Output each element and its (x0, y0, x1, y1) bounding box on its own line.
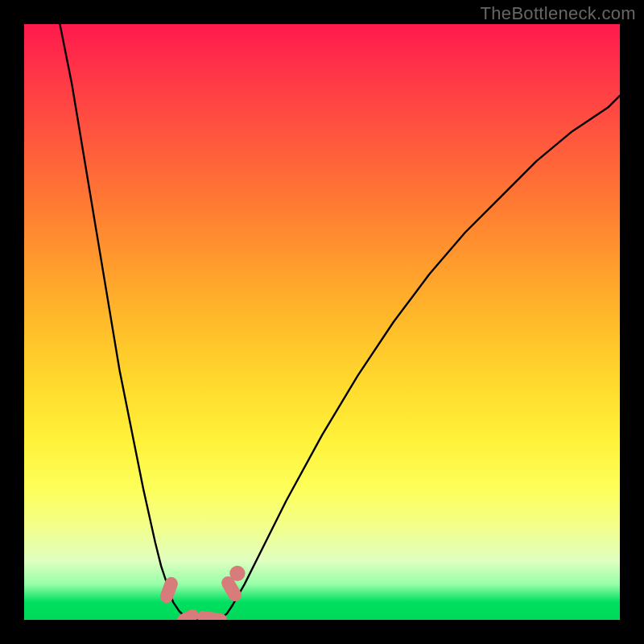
curve-svg (24, 24, 620, 620)
marker-group (158, 566, 245, 620)
watermark-text: TheBottleneck.com (481, 3, 636, 24)
outer-frame: TheBottleneck.com (0, 0, 644, 644)
svg-rect-3 (196, 610, 228, 620)
plot-area (24, 24, 620, 620)
curve-left-branch (60, 24, 191, 620)
data-marker-0 (158, 576, 180, 605)
curve-group (60, 24, 620, 620)
curve-right-branch (221, 96, 620, 618)
svg-rect-0 (158, 576, 180, 605)
data-marker-2 (229, 566, 245, 581)
data-marker-4 (196, 610, 228, 620)
